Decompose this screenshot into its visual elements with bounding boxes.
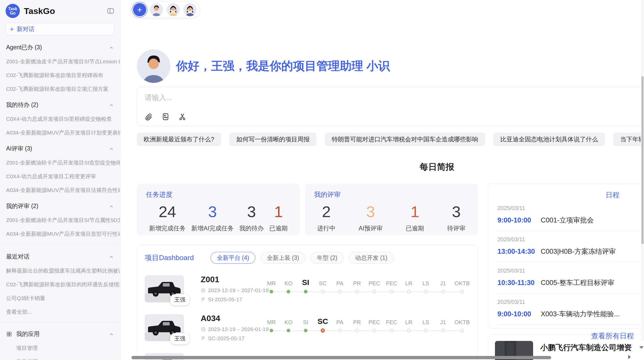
section-heading-recent[interactable]: 最近对话 [0,253,120,261]
section-heading-2[interactable]: AI评审 (3) [0,145,120,153]
stat-label: 我的待办 [239,224,264,232]
task-item[interactable]: C0X4-动力总成开发项目工程变更评审 [0,173,120,180]
add-agent-button[interactable]: + [133,3,146,16]
milestone-dot-todo [424,329,428,332]
milestone-PEC: PEC [369,276,380,293]
my-apps-heading[interactable]: 我的应用 [0,330,120,338]
milestone-dot-todo [407,290,411,293]
chat-input[interactable] [145,93,501,106]
filter-pill[interactable]: 全新平台 (4) [211,252,256,264]
chevron-up-icon [109,45,114,50]
stat-item: 3AI预评审 [359,203,383,232]
event-row: 9:00-10:00X003-车辆动力学性能验...加入 [497,309,644,319]
scissors-icon[interactable] [178,113,186,121]
schedule-event[interactable]: 2025/03/119:00-10:00C001-立项审批会加入 [497,200,644,231]
stat-item: 24新增完成任务 [149,203,186,232]
app-item[interactable]: 项目管理 [0,344,120,352]
date-range-text: 2023-12-19 – 2027-01-19 [208,287,269,293]
agent-avatar-1[interactable] [150,3,163,16]
milestone-dot-todo [355,329,359,332]
image-icon[interactable] [162,113,170,121]
milestone-dot-todo [321,290,325,293]
milestone-SI: SI [300,315,311,333]
my-apps-label: 我的应用 [16,330,109,338]
task-item[interactable]: A034-全新新能源MUV产品开发项目造型可行性评审 [0,230,120,237]
section-heading-0[interactable]: Agent已办 (3) [0,43,120,51]
input-tool-icons [145,113,186,121]
stat-card-title: 任务进度 [146,190,291,199]
suggestion-chip[interactable]: 当下年轻人对汽车外观有怎样的喜好趋势 [613,133,644,146]
clock-icon [201,327,206,332]
milestone-PEC: PEC [369,315,380,333]
horizontal-scrollbar-thumb[interactable] [131,356,551,359]
suggestion-chip[interactable]: 特朗普可能对进口汽车增税会对中国车企造成哪些影响 [325,133,485,146]
stat-label: AI预评审 [359,224,383,232]
event-name: X003-车辆动力学性能验... [541,309,644,319]
agent-avatar-2[interactable] [167,3,180,16]
milestone-FEC: FEC [386,315,397,333]
briefing-left-column: 任务进度24新增完成任务3新增AI完成任务3我的待办1已逾期我的评审2进行中3A… [137,184,478,360]
section-heading-3[interactable]: 我的评审 (2) [0,202,120,210]
milestone-label: LS [420,276,431,287]
task-item[interactable]: A034-全新新能源MUV产品开发项目法规符合性评审 [0,187,120,194]
milestone-dot-todo [373,329,376,332]
news-excerpt: 天眼查 App 显示，近日广州汇天飞行汽... [540,359,644,360]
stat-columns: 2进行中3AI预评审1已逾期3待评审 [314,203,469,232]
logo-text-bottom: Go [10,11,16,15]
schedule-card: 日程 2025/03/119:00-10:00C001-立项审批会加入2025/… [488,184,644,328]
schedule-event[interactable]: 2025/03/1113:00-14:30C003|H0B-方案冻结评审加入 [497,231,644,262]
scroll-down-arrow-icon[interactable] [639,346,643,349]
project-code: A034 [201,314,264,323]
chevron-up-icon [109,146,114,151]
task-item[interactable]: A034-全新新能源MUV产品开发项目计划变更表编写 [0,129,120,136]
filter-pill[interactable]: 年型 (2) [311,252,344,264]
task-item[interactable]: C0X4-动力总成开发项目SI里程碑提交物检查 [0,115,120,123]
schedule-event[interactable]: 2025/03/119:00-10:00X003-车辆动力学性能验...加入 [497,293,644,325]
task-item[interactable]: C02-飞腾新能源轻客改款项目里程碑画布 [0,72,120,79]
task-item[interactable]: C02-飞腾新能源轻客改款项目立项汇报方案 [0,85,120,93]
filter-pill[interactable]: 全新上装 (3) [260,252,305,264]
date-range-text: 2023-12-19 – 2026-01-19 [208,326,269,332]
task-item[interactable]: Z001-全新燃油轻卡产品开发项目SI造型提交物评审 [0,159,120,166]
milestone-label: LR [403,276,414,287]
project-milestone-tag: SC-2025-05-17 [201,335,264,341]
briefing-grid: 任务进度24新增完成任务3新增AI完成任务3我的待办1已逾期我的评审2进行中3A… [137,184,644,360]
attachment-icon[interactable] [145,113,153,121]
section-label: AI评审 (3) [6,145,109,153]
vertical-scrollbar[interactable] [641,0,644,341]
milestone-LS: LS [420,315,431,333]
assistant-avatar [137,49,170,83]
sidebar-collapse-icon[interactable] [107,7,114,15]
app-item[interactable]: 产品管理 [0,358,120,360]
app-window: Task Go TaskGo + 新对话 Agent已办 (3)Z001-全新燃… [0,0,644,360]
milestone-dot-todo [441,329,445,332]
vertical-scrollbar-thumb[interactable] [641,76,643,244]
project-owner-badge: 王强 [170,333,189,344]
milestone-label: MR [266,276,277,287]
conversation-item[interactable]: C02-飞腾新能源轻客改款项目的闭环通告反馈情况 [0,281,120,288]
event-name: C001-立项审批会 [541,216,644,225]
task-item[interactable]: Z001-全新燃油轻卡产品开发项目SI节点属性5D文件评审 [0,217,120,224]
scroll-right-arrow-icon[interactable] [628,355,631,359]
suggestion-chip[interactable]: 欧洲新规最近颁布了什么? [137,133,221,146]
conversation-item[interactable]: 解释最新出台的欧盟报废车法规再生塑料比例被调至15%... [0,267,120,274]
chevron-up-icon [109,204,114,209]
stat-value: 3 [191,203,234,221]
suggestion-chip[interactable]: 如何写一份清晰的项目周报 [229,133,316,146]
schedule-event[interactable]: 2025/03/1110:30-11:30C005-整车工程目标评审加入 [497,262,644,293]
milestone-OKTB: OKTB [455,315,470,333]
milestone-label: KO [283,276,294,287]
task-item[interactable]: Z001-全新燃油皮卡产品开发项目SI节点Lesson Learn报告 [0,58,120,65]
milestone-FEC: FEC [386,276,397,293]
milestone-label: FEC [386,315,397,326]
stat-columns: 24新增完成任务3新增AI完成任务3我的待办1已逾期 [146,203,291,232]
agent-avatar-3[interactable] [183,3,197,16]
filter-pill[interactable]: 动总开发 (1) [349,252,394,264]
milestone-label: PEC [369,276,380,287]
new-chat-button[interactable]: + 新对话 [6,23,114,35]
suggestion-chip[interactable]: 比亚迪全固态电池计划具体说了什么 [493,133,605,146]
project-milestone-tag: SI-2025-05-17 [201,296,264,303]
section-heading-1[interactable]: 我的待办 (2) [0,101,120,109]
conversation-item[interactable]: 公司Q3轻卡销量 [0,295,120,302]
view-all-conversations-link[interactable]: 查看全部... [0,308,120,316]
